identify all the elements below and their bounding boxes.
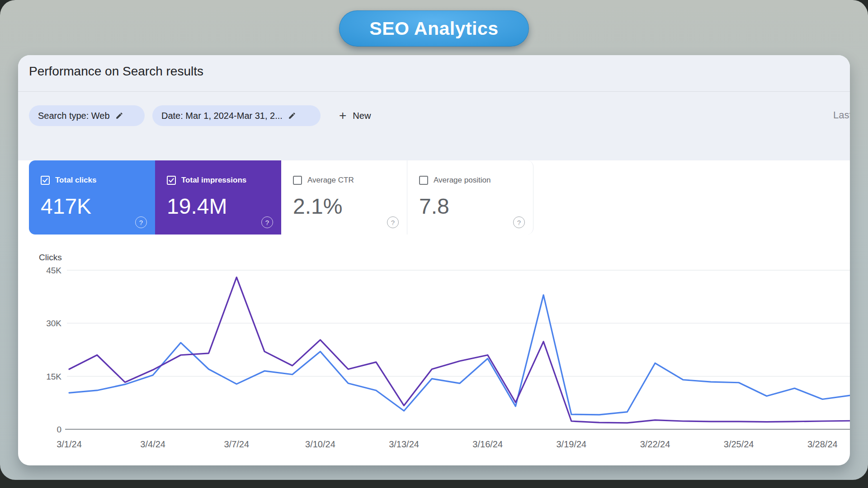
y-tick-label: 15K — [46, 372, 61, 381]
metric-tiles: Total clicks 417K ? Total impressions 19… — [29, 160, 533, 235]
new-filter-label: New — [353, 111, 371, 121]
search-type-chip-label: Search type: Web — [38, 111, 110, 121]
impressions-line — [69, 277, 850, 423]
date-range-chip[interactable]: Date: Mar 1, 2024-Mar 31, 2... — [152, 105, 321, 126]
x-tick-label: 3/10/24 — [305, 439, 335, 449]
metric-value: 417K — [41, 195, 144, 218]
metric-label: Total clicks — [55, 176, 96, 185]
x-tick-label: 3/22/24 — [640, 439, 670, 449]
y-axis-title: Clicks — [39, 253, 62, 262]
edit-pencil-icon[interactable] — [288, 112, 296, 120]
metric-value: 7.8 — [419, 195, 522, 218]
metric-tile-average-ctr[interactable]: Average CTR 2.1% ? — [281, 160, 407, 235]
y-tick-label: 45K — [46, 266, 61, 275]
header-divider — [18, 91, 850, 92]
performance-card: Performance on Search results Search typ… — [18, 55, 850, 465]
metric-label: Total impressions — [181, 176, 246, 185]
y-tick-label: 30K — [46, 319, 61, 328]
x-tick-label: 3/19/24 — [556, 439, 586, 449]
checkbox-total-impressions[interactable] — [167, 176, 176, 185]
metric-value: 19.4M — [167, 195, 270, 218]
metric-tile-average-position[interactable]: Average position 7.8 ? — [407, 160, 533, 235]
desktop-background: SEO Analytics Performance on Search resu… — [0, 0, 868, 480]
checkbox-total-clicks[interactable] — [41, 176, 50, 185]
x-tick-label: 3/13/24 — [389, 439, 419, 449]
app-badge: SEO Analytics — [339, 10, 529, 47]
y-tick-label: 0 — [57, 425, 61, 434]
help-icon[interactable]: ? — [387, 216, 399, 228]
help-icon[interactable]: ? — [513, 216, 525, 228]
x-tick-label: 3/4/24 — [140, 439, 165, 449]
metric-tile-total-impressions[interactable]: Total impressions 19.4M ? — [155, 160, 281, 235]
metric-value: 2.1% — [293, 195, 396, 218]
help-icon[interactable]: ? — [135, 216, 147, 228]
last-updated-label: Last — [833, 109, 850, 121]
checkbox-average-position[interactable] — [419, 176, 428, 185]
checkbox-average-ctr[interactable] — [293, 176, 302, 185]
page-title: Performance on Search results — [29, 64, 203, 79]
x-tick-label: 3/25/24 — [724, 439, 754, 449]
x-tick-label: 3/16/24 — [472, 439, 503, 449]
metric-label: Average position — [434, 176, 491, 185]
performance-line-chart[interactable]: Clicks45K30K15K03/1/243/4/243/7/243/10/2… — [18, 253, 850, 465]
new-filter-button[interactable]: + New — [335, 105, 375, 126]
x-tick-label: 3/28/24 — [807, 439, 838, 449]
plus-icon: + — [339, 109, 346, 122]
date-range-chip-label: Date: Mar 1, 2024-Mar 31, 2... — [161, 111, 283, 121]
app-badge-label: SEO Analytics — [369, 18, 498, 39]
x-tick-label: 3/1/24 — [57, 439, 82, 449]
help-icon[interactable]: ? — [261, 216, 273, 228]
x-tick-label: 3/7/24 — [224, 439, 249, 449]
metric-tile-total-clicks[interactable]: Total clicks 417K ? — [29, 160, 155, 235]
search-type-chip[interactable]: Search type: Web — [29, 105, 145, 126]
edit-pencil-icon[interactable] — [115, 112, 123, 120]
metric-label: Average CTR — [307, 176, 354, 185]
